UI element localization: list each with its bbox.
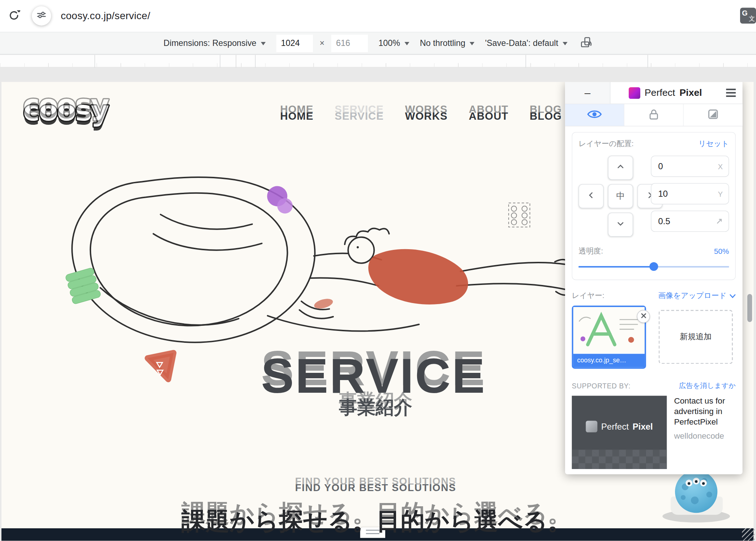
chevron-left-icon <box>587 191 595 201</box>
svg-text:coosy: coosy <box>23 89 109 121</box>
layer-thumbnail-image <box>573 307 645 353</box>
scale-input[interactable] <box>651 216 716 226</box>
hero-subtitle: 事業紹介 事業紹介 <box>339 395 412 420</box>
slider-track-filled[interactable] <box>578 266 654 268</box>
url-bar: coosy.co.jp/service/ G 文 <box>0 0 756 32</box>
section-heading-jp: 課題から探せる。目的から選べる。 課題から探せる。目的から選べる。 <box>182 505 572 537</box>
nav-item-home[interactable]: HOME HOME <box>280 110 313 123</box>
minimize-button[interactable]: – <box>565 82 610 104</box>
tab-lock[interactable] <box>624 104 684 126</box>
x-position-input[interactable] <box>651 161 718 171</box>
nav-item-blog[interactable]: BLOG BLOG <box>530 110 562 123</box>
translate-extension-icon[interactable]: G 文 <box>740 8 756 24</box>
ad-company-label: welldonecode <box>674 431 736 441</box>
throttling-select[interactable]: No throttling <box>420 38 475 48</box>
layer-position-section: レイヤーの配置: リセット 中 <box>572 132 736 280</box>
perfectpixel-brand: PerfectPixel <box>610 87 720 99</box>
viewport-height-input[interactable] <box>331 34 368 52</box>
nudge-up-button[interactable] <box>608 156 633 180</box>
resize-diagonal-icon <box>716 218 729 225</box>
hero-tagline: FIND YOUR BEST SOLUTIONS FIND YOUR BEST … <box>295 482 456 494</box>
rotate-device-icon <box>580 36 593 50</box>
chevron-down-icon <box>617 220 624 230</box>
sponsor-section: SUPPORTED BY: 広告を消しますか PerfectPixel <box>572 381 736 469</box>
opacity-value: 50% <box>714 247 729 256</box>
save-data-select[interactable]: 'Save-Data': default <box>485 38 567 48</box>
layer-thumbnail-card[interactable]: coosy.co.jp_se… <box>572 306 646 369</box>
perfectpixel-panel: – PerfectPixel <box>565 82 743 474</box>
layer-position-label: レイヤーの配置: <box>578 139 633 149</box>
center-layer-button[interactable]: 中 <box>608 184 633 208</box>
perfectpixel-header: – PerfectPixel <box>565 82 743 104</box>
tab-visibility[interactable] <box>565 104 624 126</box>
dimensions-multiply-sign: × <box>319 38 324 48</box>
layers-label: レイヤー: <box>572 291 604 301</box>
nav-item-works[interactable]: WORKS WORKS <box>405 110 448 123</box>
nav-item-service[interactable]: SERVICE SERVICE <box>335 110 384 123</box>
zoom-select[interactable]: 100% <box>378 38 409 48</box>
swimsuit-shape <box>368 249 468 304</box>
site-logo[interactable]: coosy coosy coosy coosy <box>20 89 126 137</box>
reset-link[interactable]: リセット <box>698 139 729 149</box>
perfectpixel-logo-icon <box>629 87 640 99</box>
hamburger-icon <box>726 89 736 90</box>
close-icon <box>641 313 646 320</box>
remove-ads-link[interactable]: 広告を消しますか <box>679 381 736 390</box>
ad-logo-icon <box>586 421 597 433</box>
x-position-field: X <box>651 156 729 177</box>
nav-item-about[interactable]: ABOUT ABOUT <box>469 110 509 123</box>
chevron-down-icon <box>730 291 736 300</box>
chevron-down-icon <box>404 42 409 47</box>
chevron-down-icon <box>261 42 266 47</box>
supported-by-label: SUPPORTED BY: <box>572 382 630 389</box>
devtools-device-toolbar: Dimensions: Responsive × 100% No throttl… <box>0 32 756 55</box>
viewport-width-input[interactable] <box>276 34 313 52</box>
resize-corner-icon[interactable] <box>742 528 755 541</box>
overlay-handle-marker <box>509 203 530 227</box>
y-position-field: Y <box>651 183 729 205</box>
ad-pixelated-strip <box>572 450 667 469</box>
tab-invert[interactable] <box>684 104 743 126</box>
mascot-character <box>655 467 735 525</box>
nudge-down-button[interactable] <box>608 213 633 237</box>
lock-icon <box>649 108 659 122</box>
eye-icon <box>587 109 602 121</box>
layers-section: レイヤー: 画像をアップロード <box>572 291 736 369</box>
browser-window: coosy.co.jp/service/ G 文 Dimensions: Res… <box>0 0 756 541</box>
scale-field <box>651 210 729 232</box>
site-info-icon <box>36 10 47 22</box>
sponsor-ad-banner[interactable]: PerfectPixel <box>572 396 667 469</box>
chevron-down-icon <box>470 42 474 47</box>
chevron-up-icon <box>617 163 624 173</box>
y-suffix-label: Y <box>718 189 729 198</box>
chevron-down-icon <box>562 42 567 47</box>
page-viewport: coosy coosy coosy coosy HOME HOME SERVIC… <box>1 82 753 541</box>
dimensions-select[interactable]: Dimensions: Responsive <box>163 38 266 48</box>
upload-image-link[interactable]: 画像をアップロード <box>658 291 736 301</box>
devtools-ruler <box>0 55 756 68</box>
reload-icon <box>8 9 20 23</box>
opacity-slider[interactable] <box>578 262 729 271</box>
reload-button[interactable] <box>4 6 24 26</box>
slider-thumb[interactable] <box>649 262 658 271</box>
url-address[interactable]: coosy.co.jp/service/ <box>61 10 150 22</box>
nudge-left-button[interactable] <box>578 184 603 208</box>
y-position-input[interactable] <box>651 189 718 199</box>
contrast-icon <box>708 109 718 122</box>
opacity-label: 透明度: <box>578 246 603 256</box>
x-suffix-label: X <box>718 162 729 171</box>
hamburger-menu-button[interactable] <box>720 89 742 97</box>
layer-name-label: coosy.co.jp_se… <box>573 354 645 367</box>
add-new-layer-button[interactable]: 新規追加 <box>659 310 733 364</box>
rotate-viewport-button[interactable] <box>580 36 593 50</box>
site-info-button[interactable] <box>32 6 51 25</box>
perfectpixel-tabs <box>565 104 743 126</box>
main-navigation: HOME HOME SERVICE SERVICE WORKS WORKS AB… <box>280 110 562 123</box>
slider-track-empty[interactable] <box>654 266 729 268</box>
hero-illustration <box>1 157 568 475</box>
remove-layer-button[interactable] <box>637 310 650 323</box>
ad-text-link[interactable]: Contact us for advertising in PerfectPix… <box>674 396 736 427</box>
page-scrollbar-thumb[interactable] <box>747 294 752 322</box>
